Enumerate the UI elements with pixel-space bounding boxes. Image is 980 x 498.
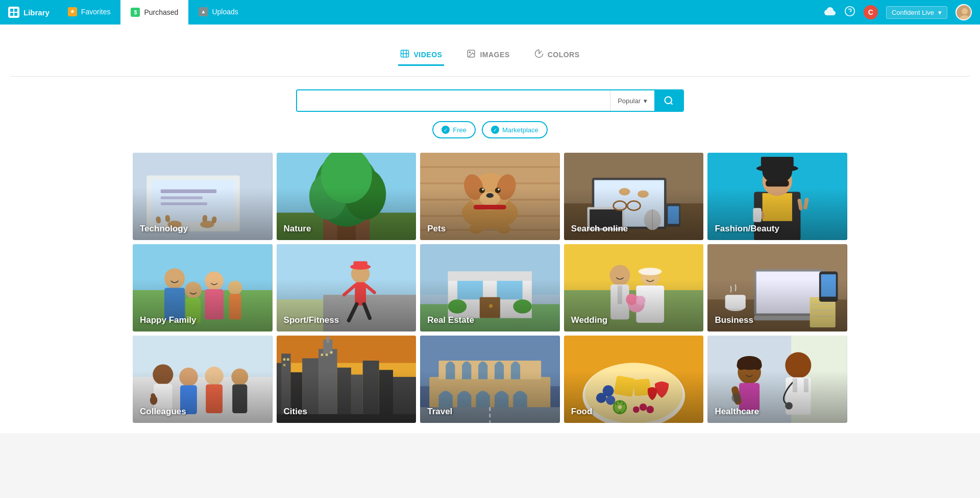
user-avatar-letter: C xyxy=(864,5,878,19)
tab-videos[interactable]: Videos xyxy=(398,45,444,66)
videos-tab-label: Videos xyxy=(413,51,442,59)
help-icon[interactable] xyxy=(844,6,855,19)
category-label-cities: Cities xyxy=(284,407,307,417)
category-label-sport-fitness: Sport/Fitness xyxy=(284,315,339,325)
filter-chips: ✓ Free ✓ Marketplace xyxy=(10,121,970,138)
category-food[interactable]: Food xyxy=(564,336,704,423)
top-navigation: Library ★ Favorites $ Purchased ▲ Upload… xyxy=(0,0,980,25)
marketplace-check-icon: ✓ xyxy=(491,126,499,134)
svg-line-16 xyxy=(671,103,673,105)
marketplace-label: Marketplace xyxy=(502,126,538,134)
category-label-healthcare: Healthcare xyxy=(715,407,759,417)
sort-arrow-icon: ▾ xyxy=(644,97,647,105)
library-label: Library xyxy=(23,8,50,17)
svg-point-7 xyxy=(962,8,968,14)
cloud-icon[interactable] xyxy=(824,5,836,20)
library-logo[interactable]: Library xyxy=(0,0,58,25)
main-content: Videos Images Colors xyxy=(0,25,980,433)
category-pets[interactable]: Pets xyxy=(420,153,560,240)
sort-label: Popular xyxy=(618,97,641,105)
category-label-real-estate: Real Estate xyxy=(427,315,474,325)
free-check-icon: ✓ xyxy=(442,126,450,134)
category-label-technology: Technology xyxy=(140,224,188,234)
tab-uploads[interactable]: ▲ Uploads xyxy=(188,0,248,25)
category-travel[interactable]: Travel xyxy=(420,336,560,423)
uploads-tab-icon: ▲ xyxy=(199,7,208,16)
search-input[interactable] xyxy=(297,90,610,111)
category-label-happy-family: Happy Family xyxy=(140,315,197,325)
category-label-travel: Travel xyxy=(427,407,452,417)
category-colleagues[interactable]: Colleagues xyxy=(133,336,273,423)
category-label-wedding: Wedding xyxy=(571,315,607,325)
category-fashion-beauty[interactable]: Fashion/Beauty xyxy=(707,153,847,240)
category-label-search-online: Search online xyxy=(571,224,628,234)
media-type-tabs: Videos Images Colors xyxy=(10,40,970,77)
colors-tab-label: Colors xyxy=(548,51,580,59)
category-label-pets: Pets xyxy=(427,224,446,234)
category-real-estate[interactable]: Real Estate xyxy=(420,244,560,331)
library-icon xyxy=(8,7,19,18)
tab-favorites[interactable]: ★ Favorites xyxy=(58,0,121,25)
videos-icon xyxy=(400,49,409,60)
svg-point-14 xyxy=(470,52,471,53)
user-photo xyxy=(955,4,972,20)
category-label-business: Business xyxy=(715,315,753,325)
purchased-tab-label: Purchased xyxy=(144,8,178,16)
free-label: Free xyxy=(453,126,467,134)
category-cities[interactable]: Cities xyxy=(277,336,416,423)
tab-purchased[interactable]: $ Purchased xyxy=(120,0,188,25)
category-sport-fitness[interactable]: Sport/Fitness xyxy=(277,244,416,331)
images-icon xyxy=(467,49,476,60)
category-label-fashion-beauty: Fashion/Beauty xyxy=(715,224,779,234)
tab-images[interactable]: Images xyxy=(464,45,511,66)
category-healthcare[interactable]: Healthcare xyxy=(707,336,847,423)
category-label-colleagues: Colleagues xyxy=(140,407,186,417)
svg-rect-1 xyxy=(14,9,17,12)
category-label-nature: Nature xyxy=(284,224,311,234)
category-business[interactable]: Business xyxy=(707,244,847,331)
nav-right-controls: C Confident Live ▾ xyxy=(816,0,980,25)
colors-icon xyxy=(534,49,544,60)
filter-marketplace[interactable]: ✓ Marketplace xyxy=(482,121,548,138)
category-label-food: Food xyxy=(571,407,593,417)
dropdown-arrow-icon: ▾ xyxy=(938,9,942,16)
search-bar: Popular ▾ xyxy=(296,89,684,112)
search-container: Popular ▾ xyxy=(10,89,970,112)
user-dropdown[interactable]: Confident Live ▾ xyxy=(886,6,947,19)
user-name: Confident Live xyxy=(892,9,934,16)
svg-rect-2 xyxy=(10,13,13,16)
tab-colors[interactable]: Colors xyxy=(532,45,582,66)
sort-dropdown[interactable]: Popular ▾ xyxy=(610,90,654,111)
category-happy-family[interactable]: Happy Family xyxy=(133,244,273,331)
uploads-tab-label: Uploads xyxy=(212,8,238,16)
filter-free[interactable]: ✓ Free xyxy=(432,121,476,138)
svg-rect-0 xyxy=(10,9,13,12)
favorites-tab-label: Favorites xyxy=(81,8,111,16)
category-search-online[interactable]: Search online xyxy=(564,153,704,240)
favorites-tab-icon: ★ xyxy=(68,7,77,16)
category-nature[interactable]: Nature xyxy=(277,153,416,240)
category-technology[interactable]: Technology xyxy=(133,153,273,240)
category-grid: Technology Nature xyxy=(133,153,847,423)
svg-point-15 xyxy=(665,97,672,104)
svg-rect-3 xyxy=(14,13,17,16)
search-button[interactable] xyxy=(654,90,683,111)
images-tab-label: Images xyxy=(480,51,509,59)
nav-tab-list: ★ Favorites $ Purchased ▲ Uploads xyxy=(58,0,816,25)
purchased-tab-icon: $ xyxy=(131,8,140,17)
category-wedding[interactable]: Wedding xyxy=(564,244,704,331)
